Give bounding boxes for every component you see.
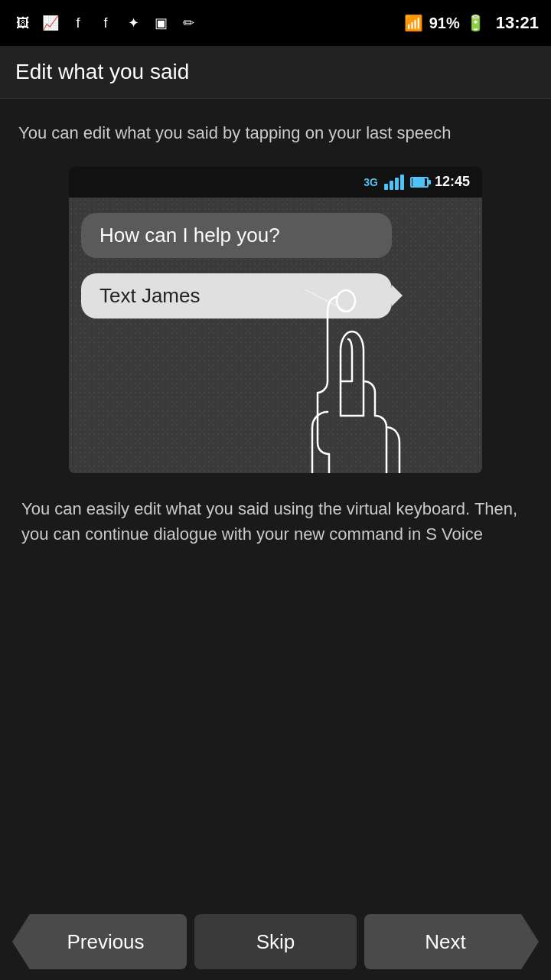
assistant-bubble: How can I help you? — [81, 213, 392, 258]
description-bottom: You can easily edit what you said using … — [18, 496, 533, 547]
status-icons-left: 🖼 📈 f f ✦ ▣ ✏ — [12, 12, 199, 34]
previous-button[interactable]: Previous — [12, 914, 187, 969]
svg-line-3 — [276, 289, 346, 311]
bottom-buttons: Previous Skip Next — [0, 903, 551, 980]
video-icon: ▣ — [150, 12, 171, 34]
description-top: You can edit what you said by tapping on… — [18, 122, 533, 145]
pencil-icon: ✏ — [178, 12, 199, 34]
phone-time: 12:45 — [435, 174, 470, 190]
svg-point-2 — [337, 290, 355, 312]
facebook2-icon: f — [95, 12, 116, 34]
image-icon: 🖼 — [12, 12, 34, 34]
phone-signal-icon — [384, 175, 404, 190]
facebook-icon: f — [67, 12, 89, 34]
main-content: You can edit what you said by tapping on… — [0, 99, 551, 562]
chart-icon: 📈 — [40, 12, 61, 34]
dropbox-icon: ✦ — [122, 12, 144, 34]
current-time: 13:21 — [496, 13, 539, 33]
battery-percentage: 91% — [429, 15, 460, 32]
skip-button[interactable]: Skip — [194, 914, 357, 969]
status-icons-right: 📶 91% 🔋 13:21 — [404, 13, 539, 33]
phone-battery-icon — [410, 177, 429, 188]
next-button[interactable]: Next — [364, 914, 539, 969]
battery-icon: 🔋 — [466, 14, 485, 32]
hand-illustration — [268, 289, 436, 473]
phone-status-bar: 3G 12:45 — [69, 167, 482, 198]
title-bar: Edit what you said — [0, 46, 551, 99]
wifi-icon: 📶 — [404, 14, 423, 32]
chat-area: How can I help you? Text James — [69, 198, 482, 473]
phone-mockup: 3G 12:45 How can I help you? Text James — [69, 167, 482, 473]
page-title: Edit what you said — [15, 60, 536, 84]
status-bar: 🖼 📈 f f ✦ ▣ ✏ 📶 91% 🔋 13:21 — [0, 0, 551, 46]
phone-3g-icon: 3G — [364, 176, 378, 188]
